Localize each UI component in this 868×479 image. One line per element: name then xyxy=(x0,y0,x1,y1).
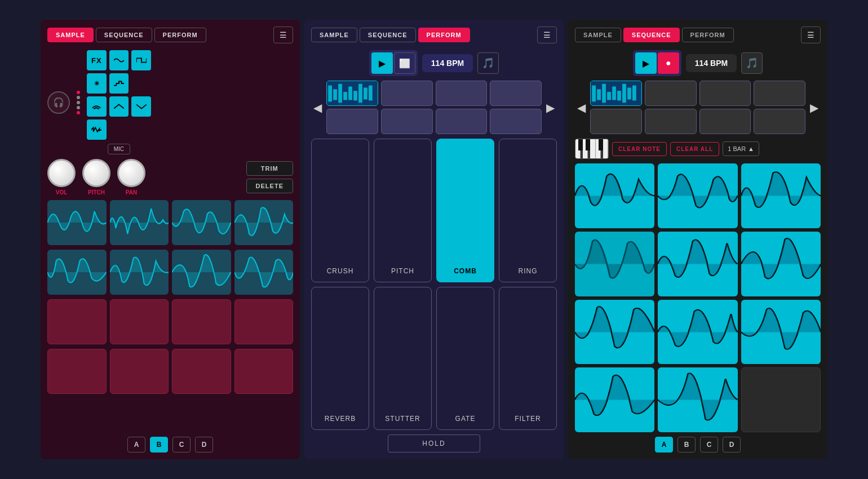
slot-5-mid[interactable] xyxy=(326,109,378,134)
record-button-right[interactable]: ● xyxy=(658,52,679,74)
r-pad-9[interactable] xyxy=(741,300,821,365)
nav-right-right[interactable]: ▶ xyxy=(808,99,821,117)
tab-sequence-mid[interactable]: SEQUENCE xyxy=(360,28,416,42)
page-tab-b-right[interactable]: B xyxy=(677,437,696,453)
vol-knob[interactable] xyxy=(47,159,76,187)
menu-btn-right[interactable]: ☰ xyxy=(801,26,821,43)
piano-mini[interactable] xyxy=(575,139,609,159)
tab-perform-mid[interactable]: PERFORM xyxy=(418,28,470,42)
clear-note-button[interactable]: CLEAR NOTE xyxy=(612,142,667,156)
bar-select[interactable]: 1 BAR ▲ xyxy=(723,141,759,156)
pad-11[interactable] xyxy=(172,299,231,344)
slot-1-right[interactable] xyxy=(590,81,642,106)
page-tab-b-left[interactable]: B xyxy=(150,437,168,453)
r-pad-5[interactable] xyxy=(658,232,737,296)
r-pad-8[interactable] xyxy=(658,300,737,365)
down-wave-btn[interactable] xyxy=(131,96,151,117)
pad-13[interactable] xyxy=(47,349,107,394)
slot-3-right[interactable] xyxy=(699,81,751,106)
pad-4[interactable] xyxy=(234,200,294,245)
slot-8-right[interactable] xyxy=(754,109,805,134)
fx-filter-btn[interactable]: FILTER xyxy=(499,287,557,431)
square-wave-btn[interactable] xyxy=(131,50,151,70)
tab-perform-right[interactable]: PERFORM xyxy=(682,28,734,42)
pad-14[interactable] xyxy=(110,349,169,394)
page-tab-d-left[interactable]: D xyxy=(195,437,213,453)
menu-btn-mid[interactable]: ☰ xyxy=(537,26,557,43)
play-button-right[interactable]: ▶ xyxy=(635,52,657,74)
stop-button[interactable]: ⬜ xyxy=(394,52,415,74)
r-pad-1[interactable] xyxy=(575,163,654,228)
r-pad-2[interactable] xyxy=(658,163,737,228)
pad-10[interactable] xyxy=(110,299,169,344)
slot-2-right[interactable] xyxy=(645,81,697,106)
fx-crush-btn[interactable]: CRUSH xyxy=(311,139,369,282)
fx-gate-btn[interactable]: GATE xyxy=(436,287,494,431)
r-pad-10[interactable] xyxy=(575,367,654,432)
pad-15[interactable] xyxy=(172,349,231,394)
slot-1-mid[interactable] xyxy=(326,81,378,106)
page-tab-c-right[interactable]: C xyxy=(700,437,718,453)
hold-button[interactable]: HOLD xyxy=(388,434,480,453)
pan-knob[interactable] xyxy=(117,159,145,187)
pad-12[interactable] xyxy=(234,299,294,344)
glitch-btn[interactable] xyxy=(87,119,107,140)
stepped-btn[interactable] xyxy=(109,73,129,94)
pad-2[interactable] xyxy=(110,200,169,245)
metronome-button-right[interactable]: 🎵 xyxy=(741,52,763,74)
fx-pitch-btn[interactable]: PITCH xyxy=(374,139,432,282)
page-tab-c-left[interactable]: C xyxy=(172,437,191,453)
tab-sample-left[interactable]: SAMPLE xyxy=(47,28,94,42)
metronome-button[interactable]: 🎵 xyxy=(477,52,499,74)
fx-stutter-btn[interactable]: STUTTER xyxy=(374,287,432,431)
clear-all-button[interactable]: CLEAR ALL xyxy=(670,142,719,156)
nav-left-mid[interactable]: ◀ xyxy=(311,99,324,117)
r-pad-4[interactable] xyxy=(575,232,654,296)
wifi-wave-btn[interactable] xyxy=(87,96,107,117)
tab-sequence-left[interactable]: SEQUENCE xyxy=(96,28,152,42)
slot-2-mid[interactable] xyxy=(381,81,433,106)
delete-button[interactable]: DELETE xyxy=(246,179,293,193)
pad-5[interactable] xyxy=(47,250,107,295)
pad-7[interactable] xyxy=(172,250,231,295)
fx-button[interactable]: FX xyxy=(87,50,107,70)
slot-8-mid[interactable] xyxy=(490,109,542,134)
nav-left-right[interactable]: ◀ xyxy=(575,99,588,117)
fx-comb-btn[interactable]: COMB xyxy=(436,139,494,282)
pad-16[interactable] xyxy=(234,349,294,394)
page-tab-a-right[interactable]: A xyxy=(655,437,673,453)
tab-sequence-right[interactable]: SEQUENCE xyxy=(623,28,680,42)
pitch-knob[interactable] xyxy=(82,159,110,187)
r-pad-12[interactable] xyxy=(741,367,821,432)
r-pad-6[interactable] xyxy=(741,232,821,296)
pad-9[interactable] xyxy=(47,299,107,344)
fx-ring-btn[interactable]: RING xyxy=(499,139,557,282)
trim-button[interactable]: TRIM xyxy=(246,161,293,176)
slot-7-right[interactable] xyxy=(699,109,751,134)
tab-sample-mid[interactable]: SAMPLE xyxy=(311,28,357,42)
pad-8[interactable] xyxy=(234,250,294,295)
page-tab-d-right[interactable]: D xyxy=(723,437,741,453)
tab-perform-left[interactable]: PERFORM xyxy=(154,28,206,42)
r-pad-7[interactable] xyxy=(575,300,654,365)
pad-6[interactable] xyxy=(110,250,169,295)
pad-1[interactable] xyxy=(47,200,107,245)
play-button[interactable]: ▶ xyxy=(371,52,393,74)
slot-4-right[interactable] xyxy=(754,81,805,106)
r-pad-11[interactable] xyxy=(658,367,737,432)
slot-7-mid[interactable] xyxy=(436,109,488,134)
tab-sample-right[interactable]: SAMPLE xyxy=(575,28,621,42)
mic-button[interactable]: MIC xyxy=(108,144,130,154)
star-btn[interactable]: ✳ xyxy=(87,73,107,94)
fx-reverb-btn[interactable]: REVERB xyxy=(311,287,369,431)
page-tab-a-left[interactable]: A xyxy=(127,437,145,453)
nav-right-mid[interactable]: ▶ xyxy=(544,99,557,117)
slot-6-mid[interactable] xyxy=(381,109,433,134)
sine-wave-btn[interactable] xyxy=(109,50,129,70)
menu-btn-left[interactable]: ☰ xyxy=(273,26,293,43)
up-wave-btn[interactable] xyxy=(109,96,129,117)
slot-6-right[interactable] xyxy=(645,109,697,134)
headphone-icon[interactable]: 🎧 xyxy=(47,91,70,114)
slot-4-mid[interactable] xyxy=(490,81,542,106)
r-pad-3[interactable] xyxy=(741,163,821,228)
